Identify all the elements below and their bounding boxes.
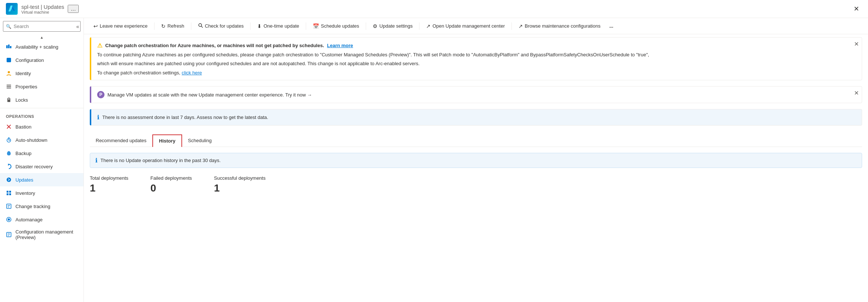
- page-title: Updates: [44, 4, 64, 10]
- history-info-icon: ℹ: [95, 157, 98, 164]
- successful-deployments-value: 1: [214, 182, 266, 194]
- svg-point-31: [199, 24, 202, 27]
- purple-banner-icon: P: [97, 91, 104, 98]
- toolbar-sep-1: [154, 22, 155, 30]
- svg-rect-22: [7, 204, 11, 208]
- svg-rect-3: [8, 45, 10, 48]
- header-title-main: spl-test | Updates: [21, 4, 64, 10]
- sidebar-item-disaster[interactable]: Disaster recovery: [0, 160, 84, 173]
- sidebar-item-changetracking[interactable]: Change tracking: [0, 200, 84, 213]
- sidebar-item-updates[interactable]: Updates: [0, 173, 84, 186]
- refresh-button[interactable]: ↻ Refresh: [157, 21, 188, 31]
- assessment-banner-content: ℹ There is no assessment done in last 7 …: [97, 114, 856, 121]
- schedule-updates-button[interactable]: 📅 Schedule updates: [309, 21, 363, 31]
- sidebar-item-locks[interactable]: Locks: [0, 93, 84, 106]
- open-center-icon: ↗: [426, 23, 431, 29]
- one-time-update-button[interactable]: ⬇ One-time update: [254, 21, 303, 31]
- svg-point-17: [7, 178, 11, 182]
- operations-section-label: Operations: [0, 110, 84, 120]
- scroll-up-indicator: ▲: [0, 35, 84, 40]
- svg-rect-2: [6, 45, 8, 48]
- main-layout: 🔍 « ▲ Availability + scaling Configurati…: [0, 18, 868, 302]
- inventory-icon: [6, 190, 12, 196]
- svg-rect-7: [7, 85, 11, 85]
- tab-history[interactable]: History: [152, 134, 182, 147]
- sidebar-item-configuration[interactable]: Configuration: [0, 53, 84, 67]
- warning-banner-title: ⚠ Change patch orchestration for Azure m…: [97, 42, 856, 49]
- sidebar-item-backup[interactable]: Backup: [0, 147, 84, 160]
- svg-rect-19: [9, 191, 11, 193]
- availability-icon: [6, 44, 12, 50]
- sidebar-item-availability[interactable]: Availability + scaling: [0, 40, 84, 53]
- warning-banner-close[interactable]: ✕: [854, 41, 859, 48]
- svg-point-25: [8, 218, 10, 221]
- learn-more-link[interactable]: Learn more: [327, 43, 353, 48]
- browse-maintenance-button[interactable]: ↗ Browse maintenance configurations: [515, 21, 604, 31]
- svg-rect-20: [7, 193, 8, 195]
- disaster-label: Disaster recovery: [15, 164, 53, 169]
- close-button[interactable]: ✕: [851, 3, 862, 14]
- update-settings-button[interactable]: ⚙ Update settings: [369, 21, 416, 31]
- warning-banner-clickhere: To change patch orchestration settings, …: [97, 70, 856, 76]
- total-deployments-value: 1: [90, 182, 128, 194]
- sidebar-item-identity[interactable]: Identity: [0, 67, 84, 80]
- sidebar-item-properties[interactable]: Properties: [0, 80, 84, 93]
- tabs-section: Recommended updates History Scheduling: [84, 129, 868, 147]
- properties-label: Properties: [15, 84, 37, 89]
- toolbar-sep-4: [306, 22, 306, 30]
- purple-banner: ✕ P Manage VM updates at scale with the …: [90, 86, 862, 103]
- sidebar-collapse-button[interactable]: «: [76, 24, 79, 29]
- check-updates-button[interactable]: Check for updates: [194, 21, 248, 31]
- browse-maint-icon: ↗: [518, 23, 523, 29]
- open-center-button[interactable]: ↗ Open Update management center: [422, 21, 509, 31]
- toolbar-sep-5: [366, 22, 366, 30]
- toolbar-sep-2: [191, 22, 191, 30]
- refresh-icon: ↻: [161, 23, 166, 29]
- history-info-banner: ℹ There is no Update operation history i…: [90, 153, 862, 168]
- schedule-icon: 📅: [313, 23, 319, 29]
- toolbar-more-button[interactable]: ...: [606, 21, 617, 31]
- sidebar-item-bastion[interactable]: Bastion: [0, 120, 84, 133]
- disaster-icon: [6, 164, 12, 169]
- sidebar-search-container: 🔍 «: [3, 21, 81, 32]
- toolbar: ↩ Leave new experience ↻ Refresh Check f…: [84, 18, 868, 34]
- inventory-label: Inventory: [15, 190, 35, 196]
- updates-icon: [6, 177, 12, 183]
- svg-rect-8: [7, 86, 11, 87]
- purple-banner-content: P Manage VM updates at scale with the ne…: [97, 91, 856, 98]
- warning-icon: ⚠: [97, 42, 102, 49]
- warning-banner-body1: To continue patching Azure machines as p…: [97, 51, 856, 59]
- sidebar: 🔍 « ▲ Availability + scaling Configurati…: [0, 18, 84, 302]
- successful-deployments-card: Successful deployments 1: [214, 175, 266, 194]
- configuration-label: Configuration: [15, 57, 44, 63]
- configmgmt-label: Configuration management (Preview): [15, 229, 78, 240]
- sidebar-item-configmgmt[interactable]: Configuration management (Preview): [0, 226, 84, 243]
- tabs-container: Recommended updates History Scheduling: [90, 134, 862, 147]
- failed-deployments-label: Failed deployments: [150, 175, 192, 181]
- history-content: ℹ There is no Update operation history i…: [84, 147, 868, 200]
- leave-new-experience-button[interactable]: ↩ Leave new experience: [90, 21, 151, 31]
- search-input[interactable]: [3, 21, 81, 32]
- changetracking-icon: [6, 203, 12, 209]
- sidebar-item-automanage[interactable]: Automanage: [0, 213, 84, 226]
- configuration-icon: [6, 57, 12, 63]
- svg-rect-18: [7, 191, 8, 193]
- changetracking-label: Change tracking: [15, 204, 50, 209]
- failed-deployments-card: Failed deployments 0: [150, 175, 192, 194]
- deployments-grid: Total deployments 1 Failed deployments 0…: [90, 175, 862, 194]
- header-more-button[interactable]: ...: [68, 5, 78, 13]
- leave-new-exp-icon: ↩: [93, 23, 98, 29]
- purple-banner-close[interactable]: ✕: [854, 89, 859, 96]
- svg-point-6: [8, 71, 10, 73]
- info-icon: ℹ: [97, 114, 99, 121]
- svg-rect-21: [9, 193, 11, 195]
- header-left: spl-test | Updates Virtual machine ...: [6, 3, 79, 15]
- tab-recommended[interactable]: Recommended updates: [90, 134, 152, 147]
- svg-rect-5: [7, 58, 11, 62]
- sidebar-item-inventory[interactable]: Inventory: [0, 186, 84, 200]
- autoshutdown-label: Auto-shutdown: [15, 137, 47, 143]
- sidebar-item-autoshutdown[interactable]: Auto-shutdown: [0, 133, 84, 147]
- azure-logo: [6, 3, 18, 15]
- click-here-link[interactable]: click here: [182, 70, 202, 76]
- tab-scheduling[interactable]: Scheduling: [182, 134, 217, 147]
